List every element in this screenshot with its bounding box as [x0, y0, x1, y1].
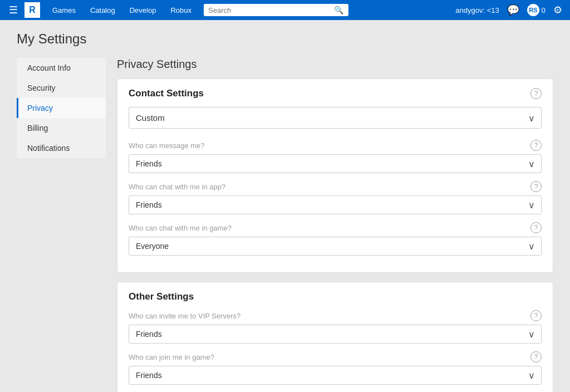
contact-settings-title: Contact Settings — [129, 88, 204, 99]
join-game-label-row: Who can join me in game? ? — [129, 351, 542, 362]
main-content: Privacy Settings Contact Settings ? Cust… — [117, 58, 553, 392]
sidebar-item-notifications[interactable]: Notifications — [17, 138, 106, 158]
vip-label: Who can invite me to VIP Servers? — [129, 312, 240, 320]
chat-game-label: Who can chat with me in game? — [129, 224, 232, 232]
chat-icon[interactable]: 💬 — [505, 3, 522, 17]
other-settings-title: Other Settings — [129, 291, 194, 302]
sidebar-item-security[interactable]: Security — [17, 78, 106, 98]
chat-app-label-row: Who can chat with me in app? ? — [129, 181, 542, 192]
nav-games[interactable]: Games — [46, 3, 82, 18]
logo[interactable]: R — [24, 2, 40, 18]
join-game-section: Who can join me in game? ? Friends Every… — [129, 351, 542, 385]
join-game-label: Who can join me in game? — [129, 353, 214, 361]
vip-help-icon[interactable]: ? — [530, 310, 542, 321]
message-label: Who can message me? — [129, 141, 205, 150]
robux-icon: RS — [527, 4, 539, 16]
message-section: Who can message me? ? Friends Everyone N… — [129, 140, 542, 173]
contact-settings-card: Contact Settings ? Custom Everyone Frien… — [117, 79, 553, 273]
chat-app-label: Who can chat with me in app? — [129, 183, 225, 191]
layout: Account Info Security Privacy Billing No… — [17, 58, 553, 392]
topbar-right: andygov: <13 💬 RS 0 ⚙ — [455, 3, 564, 17]
message-dropdown-wrapper: Friends Everyone No one ∨ — [129, 154, 542, 173]
message-label-row: Who can message me? ? — [129, 140, 542, 151]
contact-settings-main-dropdown[interactable]: Custom Everyone Friends No one — [129, 107, 542, 129]
sidebar-item-account-info[interactable]: Account Info — [17, 58, 106, 78]
message-dropdown[interactable]: Friends Everyone No one — [129, 154, 542, 173]
join-game-dropdown[interactable]: Friends Everyone No one — [129, 366, 542, 385]
robux-count: 0 — [542, 6, 546, 14]
chat-game-help-icon[interactable]: ? — [530, 222, 542, 233]
vip-dropdown[interactable]: Friends Everyone No one — [129, 325, 542, 344]
chat-game-label-row: Who can chat with me in game? ? — [129, 222, 542, 233]
join-game-help-icon[interactable]: ? — [530, 351, 542, 362]
join-game-dropdown-wrapper: Friends Everyone No one ∨ — [129, 366, 542, 385]
nav-develop[interactable]: Develop — [123, 3, 163, 18]
sidebar: Account Info Security Privacy Billing No… — [17, 58, 106, 158]
chat-game-dropdown[interactable]: Everyone Friends No one — [129, 237, 542, 256]
nav-catalog[interactable]: Catalog — [83, 3, 122, 18]
chat-game-dropdown-wrapper: Everyone Friends No one ∨ — [129, 237, 542, 256]
robux-display[interactable]: RS 0 — [527, 4, 546, 16]
chat-game-section: Who can chat with me in game? ? Everyone… — [129, 222, 542, 256]
search-icon: 🔍 — [334, 6, 343, 14]
page: My Settings Account Info Security Privac… — [0, 20, 570, 392]
section-title: Privacy Settings — [117, 58, 553, 71]
username-label: andygov: <13 — [455, 6, 499, 14]
nav-robux[interactable]: Robux — [164, 3, 198, 18]
contact-settings-header: Contact Settings ? — [129, 88, 542, 99]
contact-settings-main-dropdown-wrapper: Custom Everyone Friends No one ∨ — [129, 107, 542, 129]
sidebar-item-privacy[interactable]: Privacy — [17, 98, 106, 118]
search-input[interactable] — [208, 6, 331, 14]
chat-app-help-icon[interactable]: ? — [530, 181, 542, 192]
search-bar: 🔍 — [204, 4, 348, 16]
hamburger-icon[interactable]: ☰ — [6, 2, 21, 18]
other-settings-header: Other Settings — [129, 291, 542, 302]
chat-app-section: Who can chat with me in app? ? Friends E… — [129, 181, 542, 214]
top-nav: Games Catalog Develop Robux — [46, 3, 198, 18]
topbar: ☰ R Games Catalog Develop Robux 🔍 andygo… — [0, 0, 570, 20]
gear-icon[interactable]: ⚙ — [551, 3, 564, 17]
other-settings-card: Other Settings Who can invite me to VIP … — [117, 282, 553, 392]
vip-section: Who can invite me to VIP Servers? ? Frie… — [129, 310, 542, 344]
page-title: My Settings — [17, 31, 553, 47]
chat-app-dropdown[interactable]: Friends Everyone No one — [129, 195, 542, 214]
vip-label-row: Who can invite me to VIP Servers? ? — [129, 310, 542, 321]
sidebar-item-billing[interactable]: Billing — [17, 118, 106, 138]
vip-dropdown-wrapper: Friends Everyone No one ∨ — [129, 325, 542, 344]
chat-app-dropdown-wrapper: Friends Everyone No one ∨ — [129, 195, 542, 214]
logo-text: R — [29, 5, 36, 15]
contact-settings-help-icon[interactable]: ? — [530, 88, 542, 99]
message-help-icon[interactable]: ? — [530, 140, 542, 151]
